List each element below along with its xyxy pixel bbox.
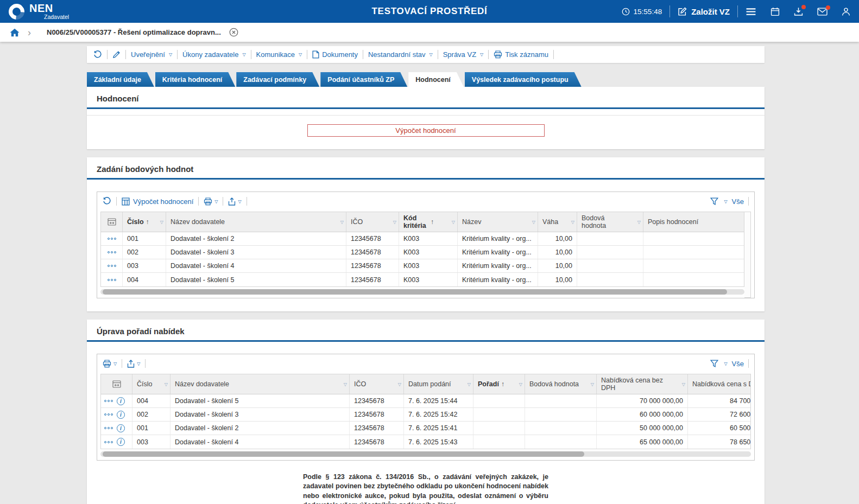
filter-dropdown-icon[interactable]: ▽: [452, 220, 455, 225]
row-menu-icon[interactable]: [108, 238, 116, 240]
tab-zakladni-udaje[interactable]: Základní údaje: [87, 72, 154, 87]
mail-icon[interactable]: [817, 8, 828, 16]
table-row[interactable]: 002 Dodavatel - školení 3 12345678 K003 …: [101, 246, 744, 259]
row-menu-icon[interactable]: [108, 279, 116, 281]
menu-sprava-vz[interactable]: Správa VZ▽: [443, 50, 484, 59]
cell-popis: [643, 259, 744, 272]
filter-dropdown-icon[interactable]: ▽: [344, 382, 347, 387]
filter-dropdown-icon[interactable]: ▽: [393, 220, 396, 225]
filter-dropdown-icon[interactable]: ▽: [591, 382, 594, 387]
calc-evaluation-link[interactable]: Výpočet hodnocení: [122, 197, 193, 206]
col-header-nazev-dodavatele[interactable]: Název dodavatele ▽: [170, 374, 350, 394]
export-icon[interactable]: ▽: [228, 197, 241, 206]
filter-icon[interactable]: [710, 197, 718, 205]
table-row[interactable]: i 001 Dodavatel - školení 2 12345678 7. …: [101, 422, 750, 435]
col-header-cena-s-dph[interactable]: Nabídková cena s DPH: [688, 374, 751, 394]
filter-dropdown-icon[interactable]: ▽: [682, 382, 685, 387]
menu-nestandardni-stav[interactable]: Nestandardní stav▽: [368, 50, 433, 59]
undo-icon[interactable]: [93, 50, 102, 59]
v-scrollbar-strip[interactable]: [744, 212, 751, 298]
cell-dodavatel: Dodavatel - školení 2: [166, 232, 346, 245]
downloads-icon[interactable]: [794, 7, 803, 16]
table-row[interactable]: 003 Dodavatel - školení 4 12345678 K003 …: [101, 259, 744, 273]
tab-kriteria-hodnoceni[interactable]: Kritéria hodnocení: [155, 72, 235, 87]
filter-dropdown-icon[interactable]: ▽: [398, 382, 401, 387]
record-action-bar: Uveřejnění▽ Úkony zadavatele▽ Komunikace…: [87, 46, 765, 63]
export-icon[interactable]: ▽: [127, 360, 140, 368]
h-scrollbar[interactable]: [100, 451, 751, 457]
info-icon[interactable]: i: [117, 438, 125, 446]
col-header-cena-bez-dph[interactable]: Nabídková cena bez DPH ▽: [597, 374, 688, 394]
filter-icon[interactable]: [710, 360, 718, 367]
col-header-nazev-dodavatele[interactable]: Název dodavatele ▽: [166, 212, 346, 232]
table-row[interactable]: 001 Dodavatel - školení 2 12345678 K003 …: [101, 232, 744, 246]
col-header-vaha[interactable]: Váha ▽: [538, 212, 577, 232]
info-icon[interactable]: i: [117, 411, 125, 419]
col-header-ico[interactable]: IČO ▽: [346, 212, 399, 232]
filter-dropdown-icon[interactable]: ▽: [637, 220, 641, 225]
col-header-nazev[interactable]: Název ▽: [458, 212, 538, 232]
row-menu-icon[interactable]: [104, 400, 113, 402]
column-settings-header[interactable]: [101, 212, 123, 232]
h-scrollbar[interactable]: [100, 289, 744, 295]
col-header-popis-hodnoceni[interactable]: Popis hodnocení: [643, 212, 744, 232]
filter-dropdown-icon[interactable]: ▽: [519, 382, 522, 387]
col-header-cislo[interactable]: Číslo ▽: [132, 374, 170, 394]
col-header-ico[interactable]: IČO ▽: [350, 374, 404, 394]
cell-cislo: 001: [132, 422, 170, 435]
info-icon[interactable]: i: [117, 424, 125, 432]
filter-dropdown-icon[interactable]: ▽: [340, 220, 344, 225]
scrollbar-thumb[interactable]: [103, 289, 727, 295]
scrollbar-thumb[interactable]: [103, 451, 584, 457]
nen-logo[interactable]: NEN Zadavatel: [9, 3, 69, 20]
row-menu-icon[interactable]: [104, 427, 113, 429]
row-menu-icon[interactable]: [104, 441, 113, 443]
tab-vysledek[interactable]: Výsledek zadávacího postupu: [465, 72, 582, 87]
column-settings-header[interactable]: [101, 374, 132, 394]
table-row[interactable]: 004 Dodavatel - školení 5 12345678 K003 …: [101, 273, 744, 286]
col-header-cislo[interactable]: Číslo ↑ ▽: [123, 212, 166, 232]
menu-dokumenty[interactable]: Dokumenty: [312, 50, 358, 59]
print-icon[interactable]: ▽: [103, 360, 117, 368]
table-row[interactable]: i 004 Dodavatel - školení 5 12345678 7. …: [101, 394, 750, 408]
close-circle-icon[interactable]: [229, 28, 238, 37]
calendar-icon[interactable]: [770, 7, 780, 16]
clock-icon: [622, 8, 630, 16]
calculate-evaluation-button[interactable]: Výpočet hodnocení: [307, 124, 545, 137]
clock: 15:55:48: [622, 8, 662, 16]
row-menu-icon[interactable]: [104, 413, 113, 416]
print-icon[interactable]: ▽: [204, 197, 218, 206]
filter-dropdown-icon[interactable]: ▽: [571, 220, 574, 225]
create-vz-button[interactable]: Založit VZ: [678, 7, 730, 16]
pencil-icon[interactable]: [112, 50, 121, 59]
menu-ukony-zadavatele[interactable]: Úkony zadavatele▽: [182, 50, 246, 59]
row-menu-icon[interactable]: [108, 265, 116, 267]
view-all-link[interactable]: Vše: [732, 360, 744, 368]
user-icon[interactable]: [842, 7, 850, 16]
view-all-link[interactable]: Vše: [732, 197, 744, 206]
table-row[interactable]: i 003 Dodavatel - školení 4 12345678 7. …: [101, 435, 750, 449]
filter-dropdown-icon[interactable]: ▽: [165, 382, 168, 387]
tab-zadavaci-podminky[interactable]: Zadávací podmínky: [236, 72, 319, 87]
row-menu-icon[interactable]: [108, 251, 116, 253]
home-icon[interactable]: [10, 28, 20, 37]
menu-tisk-zaznamu[interactable]: Tisk záznamu: [494, 50, 548, 59]
table-row[interactable]: i 002 Dodavatel - školení 3 12345678 7. …: [101, 408, 750, 422]
scoring-table-col: Číslo ↑ ▽ Název dodavatele ▽ IČO: [100, 212, 744, 298]
col-header-bodova-hodnota[interactable]: Bodová hodnota ▽: [577, 212, 643, 232]
col-header-poradi[interactable]: Pořadí ↑ ▽: [473, 374, 525, 394]
col-header-datum-podani[interactable]: Datum podání ▽: [404, 374, 473, 394]
tab-hodnoceni[interactable]: Hodnocení: [408, 72, 464, 87]
menu-icon[interactable]: [746, 8, 756, 16]
col-header-kod-kriteria[interactable]: Kód kritéria ↑ ▽: [399, 212, 458, 232]
tab-podani-ucastniku[interactable]: Podání účastníků ZP: [320, 72, 407, 87]
col-header-bodova-hodnota[interactable]: Bodová hodnota ▽: [525, 374, 597, 394]
filter-dropdown-icon[interactable]: ▽: [468, 382, 471, 387]
breadcrumb-record[interactable]: N006/25/V00005377 - Řešení optimalizace …: [47, 28, 221, 36]
filter-dropdown-icon[interactable]: ▽: [532, 220, 535, 225]
info-icon[interactable]: i: [117, 397, 125, 405]
refresh-icon[interactable]: [103, 197, 111, 206]
filter-dropdown-icon[interactable]: ▽: [160, 220, 163, 225]
menu-uverejneni[interactable]: Uveřejnění▽: [131, 50, 172, 59]
menu-komunikace[interactable]: Komunikace▽: [256, 50, 302, 59]
